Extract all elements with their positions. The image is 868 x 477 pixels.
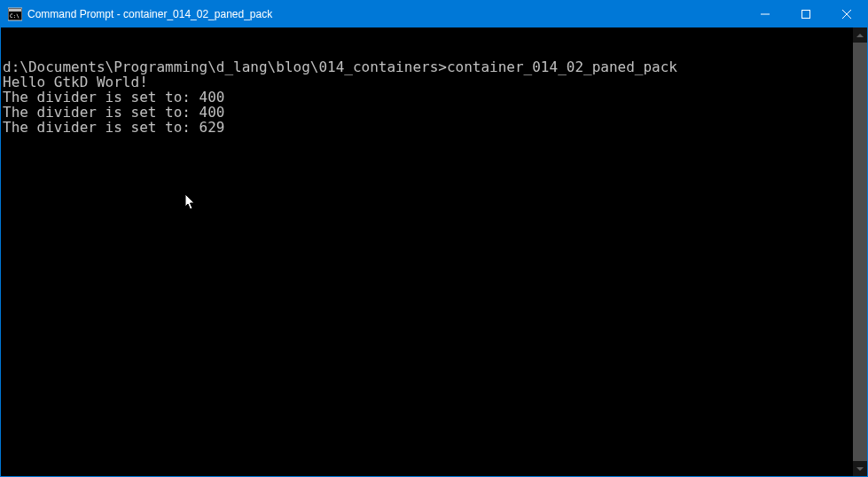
prompt-line: d:\Documents\Programming\d_lang\blog\014… (3, 59, 853, 74)
vertical-scrollbar[interactable] (853, 27, 867, 476)
svg-rect-4 (802, 11, 810, 19)
output-line: The divider is set to: 629 (3, 120, 853, 135)
titlebar[interactable]: C:\ Command Prompt - container_014_02_pa… (1, 1, 867, 27)
window-title: Command Prompt - container_014_02_paned_… (27, 1, 745, 27)
window-controls (745, 1, 867, 27)
svg-rect-1 (9, 9, 21, 12)
scrollbar-down-button[interactable] (853, 461, 867, 476)
minimize-button[interactable] (745, 1, 786, 27)
output-line: The divider is set to: 400 (3, 90, 853, 105)
output-line: The divider is set to: 400 (3, 105, 853, 120)
svg-marker-7 (856, 34, 864, 37)
entered-command: container_014_02_paned_pack (447, 59, 677, 75)
svg-text:C:\: C:\ (10, 12, 20, 19)
svg-marker-8 (856, 467, 864, 471)
console-body[interactable]: d:\Documents\Programming\d_lang\blog\014… (1, 27, 867, 476)
maximize-button[interactable] (786, 1, 826, 27)
scrollbar-thumb[interactable] (853, 43, 867, 461)
cmd-icon: C:\ (8, 7, 22, 21)
console-output[interactable]: d:\Documents\Programming\d_lang\blog\014… (1, 27, 853, 476)
output-line: Hello GtkD World! (3, 74, 853, 90)
close-button[interactable] (826, 1, 867, 27)
command-prompt-window: C:\ Command Prompt - container_014_02_pa… (0, 0, 868, 477)
scrollbar-up-button[interactable] (853, 27, 867, 43)
